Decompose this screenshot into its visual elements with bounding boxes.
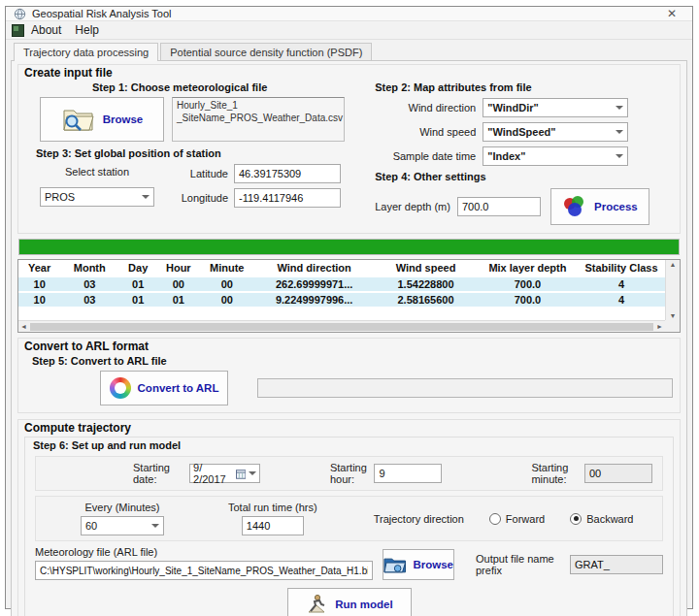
layer-depth-field[interactable] xyxy=(457,197,541,216)
tab-trajectory-data-processing[interactable]: Trajectory data processing xyxy=(14,43,158,61)
col-stability-class[interactable]: Stability Class xyxy=(578,260,665,276)
app-window: Geospatial Risk Analysis Tool ✕ About He… xyxy=(5,6,693,609)
radio-icon xyxy=(489,513,501,525)
browse-arl-label: Browse xyxy=(413,559,453,570)
col-wind-direction[interactable]: Wind direction xyxy=(254,260,374,276)
cell: 262.69999971... xyxy=(254,276,374,292)
cell: 2.58165600 xyxy=(374,292,478,307)
wind-speed-combobox[interactable]: "WindSpeed" xyxy=(483,122,628,142)
col-day[interactable]: Day xyxy=(118,260,157,276)
cell: 700.0 xyxy=(478,292,578,307)
output-prefix-field[interactable] xyxy=(570,555,663,574)
col-year[interactable]: Year xyxy=(18,260,60,276)
every-minutes-label: Every (Minutes) xyxy=(84,502,159,513)
folder-icon xyxy=(383,555,406,574)
chevron-down-icon xyxy=(142,195,150,199)
cell: 03 xyxy=(60,292,118,307)
browse-met-csv-label: Browse xyxy=(103,113,144,125)
browse-arl-file-button[interactable]: Browse xyxy=(383,549,454,580)
step6-title: Step 6: Set up and run model xyxy=(33,439,665,451)
table-row[interactable]: 10 03 01 00 00 262.69999971... 1.5422880… xyxy=(18,276,665,292)
calendar-icon xyxy=(236,469,246,479)
create-input-title: Create input file xyxy=(24,66,674,80)
starting-date-value: 9/ 2/2017 xyxy=(193,462,235,485)
create-input-group: Create input file Step 1: Choose meteoro… xyxy=(17,64,681,234)
run-config-panel: Every (Minutes) 60 Total run time (hrs) … xyxy=(35,496,663,541)
table-horizontal-scrollbar[interactable]: ◄ ► xyxy=(18,320,665,332)
menu-about[interactable]: About xyxy=(24,21,68,39)
tab-page: Create input file Step 1: Choose meteoro… xyxy=(11,60,687,616)
starting-hour-label: Starting hour: xyxy=(330,462,371,485)
trajectory-direction-label: Trajectory direction xyxy=(374,513,464,525)
tab-strip: Trajectory data processing Potential sou… xyxy=(6,40,692,60)
wind-speed-label: Wind speed xyxy=(375,126,476,138)
cell: 4 xyxy=(578,276,665,292)
wind-speed-value: "WindSpeed" xyxy=(487,126,555,138)
layer-depth-label: Layer depth (m) xyxy=(375,201,450,212)
processing-progress-fill xyxy=(19,240,679,254)
step4-title: Step 4: Other settings xyxy=(375,171,674,182)
total-run-time-field[interactable] xyxy=(242,516,304,535)
close-button[interactable]: ✕ xyxy=(655,7,688,20)
chevron-down-icon xyxy=(616,154,623,158)
longitude-field[interactable] xyxy=(234,188,341,208)
scroll-up-icon[interactable]: ▲ xyxy=(670,261,677,268)
table-vertical-scrollbar[interactable]: ▲ ▼ xyxy=(665,260,680,320)
every-minutes-value: 60 xyxy=(85,520,97,532)
title-bar: Geospatial Risk Analysis Tool ✕ xyxy=(6,7,692,20)
station-combobox[interactable]: PROS xyxy=(40,187,154,207)
cell: 700.0 xyxy=(478,276,578,292)
col-month[interactable]: Month xyxy=(60,260,118,276)
met-file-path-field[interactable] xyxy=(35,561,373,580)
starting-hour-field[interactable] xyxy=(374,464,442,483)
cell: 4 xyxy=(578,292,665,307)
wind-direction-combobox[interactable]: "WindDir" xyxy=(483,98,628,117)
latitude-label: Latitude xyxy=(168,168,228,179)
table-header-row: Year Month Day Hour Minute Wind directio… xyxy=(18,260,665,276)
browse-met-csv-button[interactable]: Browse xyxy=(40,97,164,142)
tab-psdf[interactable]: Potential source density function (PSDF) xyxy=(160,43,372,60)
wind-direction-value: "WindDir" xyxy=(487,102,539,113)
step6-box: Step 6: Set up and run model Starting da… xyxy=(24,437,674,616)
output-prefix-label: Output file name prefix xyxy=(476,553,562,576)
step3-title: Step 3: Set global position of station xyxy=(36,147,375,159)
weather-data-table[interactable]: Year Month Day Hour Minute Wind directio… xyxy=(17,259,681,333)
backward-label: Backward xyxy=(586,513,633,525)
runner-icon xyxy=(305,593,328,616)
col-mix-layer-depth[interactable]: Mix layer depth xyxy=(478,260,578,276)
scroll-down-icon[interactable]: ▼ xyxy=(670,312,677,319)
starting-minute-field xyxy=(584,464,652,483)
sample-date-time-label: Sample date time xyxy=(375,150,476,162)
menu-bar: About Help xyxy=(6,20,692,40)
scroll-left-icon[interactable]: ◄ xyxy=(20,323,27,330)
scroll-right-icon[interactable]: ► xyxy=(656,323,663,330)
backward-radio[interactable]: Backward xyxy=(570,513,633,525)
chevron-down-icon xyxy=(151,524,159,528)
latitude-field[interactable] xyxy=(234,164,341,183)
scrollbar-thumb[interactable] xyxy=(30,323,653,331)
convert-to-arl-button[interactable]: Convert to ARL xyxy=(100,371,228,405)
starting-date-picker[interactable]: 9/ 2/2017 xyxy=(189,464,260,483)
station-value: PROS xyxy=(45,191,75,203)
process-button[interactable]: Process xyxy=(550,188,649,225)
color-wheel-icon xyxy=(110,377,131,399)
cell: 00 xyxy=(157,276,199,292)
forward-radio[interactable]: Forward xyxy=(489,513,545,525)
table-scroll-area: Year Month Day Hour Minute Wind directio… xyxy=(18,260,665,320)
col-minute[interactable]: Minute xyxy=(199,260,254,276)
table-row[interactable]: 10 03 01 01 00 9.2249997996... 2.5816560… xyxy=(18,292,665,307)
menu-help[interactable]: Help xyxy=(68,21,106,39)
col-hour[interactable]: Hour xyxy=(157,260,199,276)
run-model-button[interactable]: Run model xyxy=(287,588,412,616)
every-minutes-combobox[interactable]: 60 xyxy=(81,516,164,535)
cell: 1.54228800 xyxy=(374,276,478,292)
met-file-row: Meteorology file (ARL file) Browse Outpu… xyxy=(35,546,663,580)
convert-progress-bar xyxy=(257,378,673,398)
start-time-panel: Starting date: 9/ 2/2017 xyxy=(35,456,663,491)
met-file-label: Meteorology file (ARL file) xyxy=(35,546,373,558)
starting-minute-label: Starting minute: xyxy=(531,462,581,485)
sample-date-time-combobox[interactable]: "Index" xyxy=(483,146,628,166)
col-wind-speed[interactable]: Wind speed xyxy=(374,260,478,276)
step1-title: Step 1: Choose meteorological file xyxy=(92,81,375,93)
run-model-label: Run model xyxy=(335,599,392,610)
